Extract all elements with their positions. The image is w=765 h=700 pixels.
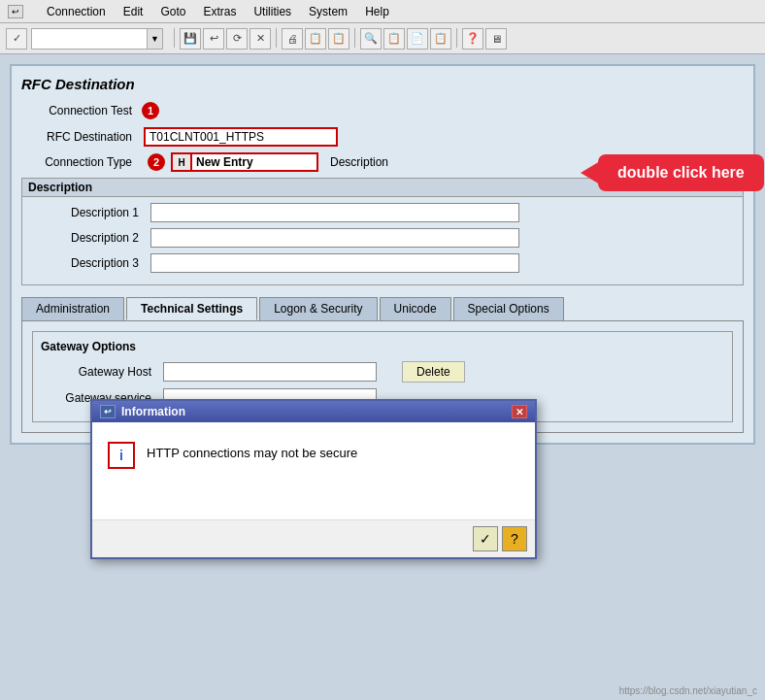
dialog-title-icon: ↩ [100, 405, 116, 418]
toolbar-copy2-btn[interactable]: 📋 [328, 28, 349, 50]
rfc-panel-title: RFC Destination [21, 76, 744, 92]
conn-type-input[interactable] [192, 152, 318, 172]
desc3-row: Description 3 [28, 253, 737, 273]
toolbar-find-btn[interactable]: 🔍 [360, 28, 382, 50]
desc2-input[interactable] [150, 228, 519, 248]
rfc-panel: RFC Destination Connection Test 1 RFC De… [10, 64, 755, 445]
menu-edit[interactable]: Edit [123, 5, 144, 18]
badge-1: 1 [142, 102, 159, 119]
description-section-body: Description 1 Description 2 Description … [22, 197, 743, 284]
desc2-row: Description 2 [28, 228, 737, 248]
toolbar-list-btn[interactable]: 📋 [383, 28, 405, 50]
toolbar-copy1-btn[interactable]: 📋 [305, 28, 326, 50]
desc3-label: Description 3 [28, 256, 145, 270]
dialog-title-text: Information [121, 405, 185, 418]
menu-utilities[interactable]: Utilities [253, 5, 291, 18]
tab-logon-security[interactable]: Logon & Security [259, 297, 377, 320]
menu-goto[interactable]: Goto [160, 5, 185, 18]
dialog-close-btn[interactable]: ✕ [512, 405, 527, 418]
menu-extras[interactable]: Extras [203, 5, 236, 18]
description-section: Description Description 1 Description 2 … [21, 178, 744, 285]
menu-app-icon: ↩ [8, 5, 23, 18]
toolbar-undo-btn[interactable]: ↩ [203, 28, 224, 50]
annotation-bubble: double click here [598, 154, 764, 191]
main-area: RFC Destination Connection Test 1 RFC De… [0, 54, 765, 700]
toolbar-print-btn[interactable]: 🖨 [282, 28, 303, 50]
rfc-destination-input[interactable] [144, 127, 338, 147]
tab-unicode[interactable]: Unicode [380, 297, 451, 320]
rfc-destination-label: RFC Destination [21, 130, 138, 144]
toolbar-monitor-btn[interactable]: 🖥 [485, 28, 507, 50]
gateway-host-label: Gateway Host [41, 365, 157, 379]
connection-type-label: Connection Type [21, 155, 138, 169]
gateway-host-row: Gateway Host Delete [41, 361, 724, 383]
desc1-label: Description 1 [28, 206, 145, 219]
watermark: https://blog.csdn.net/xiayutian_c [619, 685, 757, 696]
desc3-input[interactable] [150, 253, 519, 273]
connection-type-row: Connection Type 2 H Description double c… [21, 152, 744, 172]
toolbar-refresh-btn[interactable]: ⟳ [226, 28, 248, 50]
toolbar-separator-1 [174, 28, 175, 48]
toolbar-separator-3 [354, 28, 355, 48]
toolbar-separator-2 [276, 28, 277, 48]
toolbar-back-btn[interactable]: ✓ [6, 28, 27, 50]
menu-system[interactable]: System [309, 5, 348, 18]
badge-2: 2 [148, 153, 165, 171]
description-field-label: Description [330, 155, 388, 169]
connection-test-row: Connection Test 1 [21, 102, 744, 119]
toolbar-save-btn[interactable]: 💾 [180, 28, 201, 50]
conn-type-lookup-btn[interactable]: H [171, 152, 192, 172]
tab-special-options[interactable]: Special Options [453, 297, 564, 320]
dialog-title-bar: ↩ Information ✕ [92, 401, 535, 422]
desc2-label: Description 2 [28, 231, 145, 245]
dialog-help-btn[interactable]: ? [502, 526, 527, 551]
toolbar-search-input[interactable] [31, 28, 148, 50]
toolbar: ✓ ▼ 💾 ↩ ⟳ ✕ 🖨 📋 📋 🔍 📋 📄 📋 ❓ 🖥 [0, 23, 765, 54]
conn-type-container: H [171, 152, 318, 172]
toolbar-help-btn[interactable]: ❓ [462, 28, 483, 50]
menu-connection[interactable]: Connection [47, 5, 106, 18]
information-dialog: ↩ Information ✕ i HTTP connections may n… [90, 399, 537, 559]
dialog-message: HTTP connections may not be secure [147, 442, 357, 460]
toolbar-clip-btn[interactable]: 📋 [430, 28, 451, 50]
connection-test-label: Connection Test [21, 104, 138, 117]
desc1-row: Description 1 [28, 203, 737, 222]
toolbar-dropdown-arrow[interactable]: ▼ [148, 28, 163, 50]
tabs-container: Administration Technical Settings Logon … [21, 297, 744, 320]
gateway-section-title: Gateway Options [41, 340, 724, 353]
toolbar-doc-btn[interactable]: 📄 [407, 28, 428, 50]
tab-content: Gateway Options Gateway Host Delete Gate… [21, 320, 744, 433]
toolbar-cancel-btn[interactable]: ✕ [249, 28, 271, 50]
tab-technical-settings[interactable]: Technical Settings [126, 297, 257, 320]
menubar: ↩ Connection Edit Goto Extras Utilities … [0, 0, 765, 23]
gateway-host-input[interactable] [163, 362, 377, 382]
dialog-ok-btn[interactable]: ✓ [473, 526, 498, 551]
corner-tl [108, 442, 119, 453]
desc1-input[interactable] [150, 203, 519, 222]
tab-administration[interactable]: Administration [21, 297, 124, 320]
menu-help[interactable]: Help [365, 5, 389, 18]
toolbar-separator-4 [456, 28, 457, 48]
information-dialog-overlay: ↩ Information ✕ i HTTP connections may n… [90, 399, 537, 559]
rfc-destination-row: RFC Destination [21, 127, 744, 147]
dialog-body: i HTTP connections may not be secure [92, 422, 535, 519]
corner-br [123, 457, 135, 469]
dialog-footer: ✓ ? [92, 519, 535, 557]
delete-button[interactable]: Delete [402, 361, 465, 383]
